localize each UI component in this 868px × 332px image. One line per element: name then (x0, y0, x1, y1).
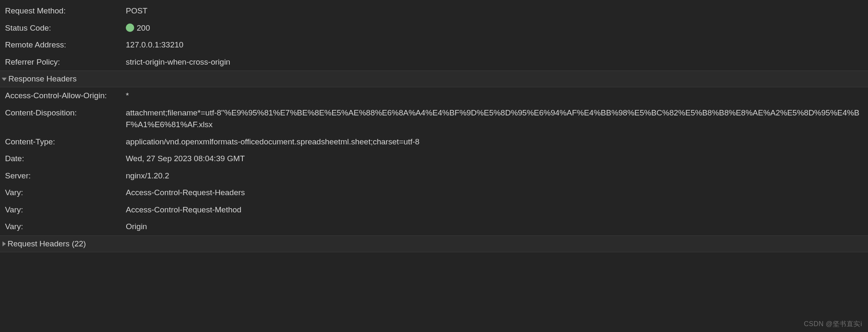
response-header-label: Access-Control-Allow-Origin: (5, 90, 126, 102)
value-remote-address: 127.0.0.1:33210 (126, 39, 868, 51)
general-row-request-method: Request Method: POST (0, 3, 868, 20)
label-referrer-policy: Referrer Policy: (5, 56, 126, 68)
response-header-value: Wed, 27 Sep 2023 08:04:39 GMT (126, 153, 868, 165)
request-headers-toggle[interactable]: Request Headers (22) (0, 235, 868, 252)
response-header-label: Content-Disposition: (5, 107, 126, 131)
response-header-label: Content-Type: (5, 136, 126, 148)
response-header-label: Vary: (5, 204, 126, 216)
response-header-row: Access-Control-Allow-Origin: * (0, 87, 868, 105)
response-header-row: Vary: Origin (0, 218, 868, 235)
response-header-value: attachment;filename*=utf-8''%E9%95%81%E7… (126, 107, 868, 131)
headers-panel: Request Method: POST Status Code: 200 Re… (0, 0, 868, 252)
label-remote-address: Remote Address: (5, 39, 126, 51)
response-header-row: Content-Disposition: attachment;filename… (0, 105, 868, 133)
general-row-referrer-policy: Referrer Policy: strict-origin-when-cros… (0, 54, 868, 71)
response-header-label: Vary: (5, 187, 126, 199)
status-dot-icon (126, 24, 134, 32)
response-header-label: Vary: (5, 221, 126, 233)
response-header-value: Access-Control-Request-Headers (126, 187, 868, 199)
response-header-value: * (126, 90, 868, 102)
chevron-right-icon (3, 241, 6, 246)
response-header-label: Server: (5, 170, 126, 182)
label-status-code: Status Code: (5, 22, 126, 34)
watermark-text: CSDN @坚书直实i (804, 320, 862, 329)
response-header-row: Vary: Access-Control-Request-Method (0, 201, 868, 219)
status-code-text: 200 (137, 24, 150, 32)
general-row-status-code: Status Code: 200 (0, 20, 868, 37)
response-header-value: Access-Control-Request-Method (126, 204, 868, 216)
response-headers-list: Access-Control-Allow-Origin: * Content-D… (0, 87, 868, 235)
label-request-method: Request Method: (5, 5, 126, 17)
general-row-remote-address: Remote Address: 127.0.0.1:33210 (0, 37, 868, 54)
value-request-method: POST (126, 5, 868, 17)
response-header-row: Vary: Access-Control-Request-Headers (0, 184, 868, 201)
chevron-down-icon (2, 78, 7, 81)
response-headers-title: Response Headers (8, 74, 77, 84)
response-header-label: Date: (5, 153, 126, 165)
response-header-row: Date: Wed, 27 Sep 2023 08:04:39 GMT (0, 150, 868, 167)
response-header-value: Origin (126, 221, 868, 233)
response-header-value: nginx/1.20.2 (126, 170, 868, 182)
response-header-row: Server: nginx/1.20.2 (0, 167, 868, 185)
response-header-row: Content-Type: application/vnd.openxmlfor… (0, 133, 868, 151)
value-referrer-policy: strict-origin-when-cross-origin (126, 56, 868, 68)
response-headers-toggle[interactable]: Response Headers (0, 71, 868, 87)
value-status-code: 200 (126, 22, 868, 34)
response-header-value: application/vnd.openxmlformats-officedoc… (126, 136, 868, 148)
request-headers-title: Request Headers (22) (8, 239, 86, 248)
